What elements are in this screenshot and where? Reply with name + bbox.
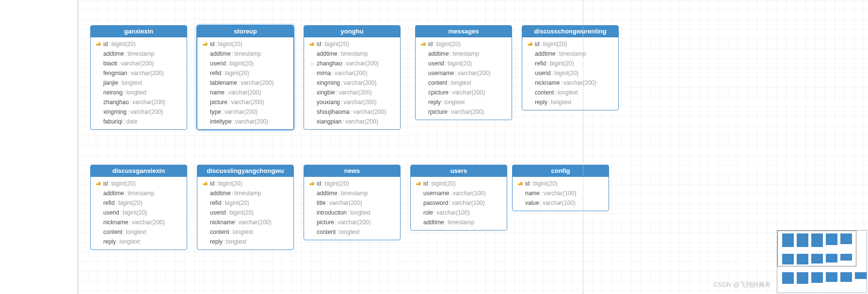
table-storeup[interactable]: storeupid: bigint(20)addtime: timestampu… [197,25,294,130]
column-row[interactable]: nickname: varchar(200) [199,217,291,227]
column-row[interactable]: xiangpian: varchar(200) [306,117,398,126]
column-type: varchar(200) [338,218,370,226]
column-row[interactable]: userid: bigint(20) [199,208,291,217]
column-row[interactable]: reply: longtext [199,237,291,247]
column-row[interactable]: faburiqi: date [93,117,185,126]
column-row[interactable]: name: varchar(200) [199,88,291,97]
column-row[interactable]: role: varchar(100) [413,208,505,217]
table-discusschongwurenling[interactable]: discusschongwurenlingid: bigint(20)addti… [522,25,619,110]
column-row[interactable]: reply: longtext [418,97,510,107]
column-row[interactable]: type: varchar(200) [199,107,291,117]
column-row[interactable]: username: varchar(100) [413,188,505,198]
table-title[interactable]: messages [416,26,512,37]
table-title[interactable]: yonghu [304,26,400,37]
column-row[interactable]: addtime: timestamp [306,49,398,59]
column-row[interactable]: addtime: timestamp [93,188,185,198]
column-row[interactable]: xingming: varchar(200) [93,107,185,117]
column-row[interactable]: neirong: longtext [93,88,185,97]
table-discusslingyangchongwu[interactable]: discusslingyangchongwuid: bigint(20)addt… [197,165,294,250]
column-row[interactable]: title: varchar(200) [306,198,398,208]
column-row[interactable]: id: bigint(20) [524,39,616,49]
column-row[interactable]: userid: bigint(20) [93,208,185,217]
column-name: name [210,89,225,96]
column-row[interactable]: content: longtext [524,88,616,97]
column-row[interactable]: userid: bigint(20) [418,59,510,68]
column-row[interactable]: refid: bigint(20) [524,59,616,68]
column-row[interactable]: id: bigint(20) [199,179,291,188]
column-row[interactable]: xingming: varchar(200) [306,78,398,88]
table-title[interactable]: storeup [197,26,293,37]
column-row[interactable]: introduction: longtext [306,208,398,217]
column-row[interactable]: id: bigint(20) [413,179,505,188]
table-title[interactable]: ganxiexin [91,26,187,37]
table-title[interactable]: discusslingyangchongwu [197,165,293,177]
column-row[interactable]: nickname: varchar(200) [524,78,616,88]
column-row[interactable]: content: longtext [93,227,185,237]
column-row[interactable]: shoujihaoma: varchar(200) [306,107,398,117]
column-row[interactable]: inteltype: varchar(200) [199,117,291,126]
column-type: longtext [451,79,471,87]
column-row[interactable]: addtime: timestamp [418,49,510,59]
column-row[interactable]: refid: bigint(20) [93,198,185,208]
column-row[interactable]: reply: longtext [93,237,185,247]
column-row[interactable]: zhanghao: varchar(200) [93,97,185,107]
column-row[interactable]: content: longtext [306,227,398,237]
table-config[interactable]: configid: bigint(20)name: varchar(100)va… [512,165,609,211]
column-type: longtext [558,89,578,96]
column-row[interactable]: id: bigint(20) [514,179,607,188]
table-news[interactable]: newsid: bigint(20)addtime: timestamptitl… [304,165,401,240]
primary-key-icon [95,181,102,186]
column-row[interactable]: addtime: timestamp [524,49,616,59]
column-row[interactable]: id: bigint(20) [306,39,398,49]
column-row[interactable]: userid: bigint(20) [524,68,616,78]
table-users[interactable]: usersid: bigint(20)username: varchar(100… [410,165,507,231]
minimap[interactable] [777,230,867,293]
column-row[interactable]: id: bigint(20) [306,179,398,188]
column-row[interactable]: content: longtext [199,227,291,237]
column-row[interactable]: biaoti: varchar(200) [93,59,185,68]
table-messages[interactable]: messagesid: bigint(20)addtime: timestamp… [415,25,512,120]
column-row[interactable]: id: bigint(20) [199,39,291,49]
column-row[interactable]: ◇zhanghao: varchar(200) [306,59,398,68]
table-title[interactable]: discusschongwurenling [522,26,618,37]
column-row[interactable]: name: varchar(100) [514,188,607,198]
column-row[interactable]: addtime: timestamp [93,49,185,59]
table-title[interactable]: users [411,165,507,177]
column-row[interactable]: value: varchar(100) [514,198,607,208]
column-row[interactable]: addtime: timestamp [199,49,291,59]
table-ganxiexin[interactable]: ganxiexinid: bigint(20)addtime: timestam… [90,25,187,130]
column-row[interactable]: username: varchar(200) [418,68,510,78]
column-row[interactable]: mima: varchar(200) [306,68,398,78]
column-row[interactable]: tablename: varchar(200) [199,78,291,88]
column-row[interactable]: content: longtext [418,78,510,88]
column-row[interactable]: xingbie: varchar(200) [306,88,398,97]
column-row[interactable]: picture: varchar(200) [306,217,398,227]
column-row[interactable]: refid: bigint(20) [199,68,291,78]
diagram-canvas[interactable]: ganxiexinid: bigint(20)addtime: timestam… [78,0,868,294]
column-row[interactable]: addtime: timestamp [199,188,291,198]
column-row[interactable]: password: varchar(100) [413,198,505,208]
column-row[interactable]: id: bigint(20) [93,179,185,188]
minimap-viewport[interactable] [777,231,856,266]
column-row[interactable]: youxiang: varchar(200) [306,97,398,107]
column-row[interactable]: id: bigint(20) [93,39,185,49]
table-title[interactable]: discussganxiexin [91,165,187,177]
table-discussganxiexin[interactable]: discussganxiexinid: bigint(20)addtime: t… [90,165,187,250]
column-row[interactable]: id: bigint(20) [418,39,510,49]
column-row[interactable]: addtime: timestamp [413,217,505,227]
column-row[interactable]: refid: bigint(20) [199,198,291,208]
column-name: content [103,228,122,236]
column-row[interactable]: cpicture: varchar(200) [418,88,510,97]
column-row[interactable]: addtime: timestamp [306,188,398,198]
column-row[interactable]: jianjie: longtext [93,78,185,88]
column-row[interactable]: userid: bigint(20) [199,59,291,68]
column-row[interactable]: reply: longtext [524,97,616,107]
table-title[interactable]: config [513,165,609,177]
vertical-guide[interactable] [583,0,583,294]
column-row[interactable]: nickname: varchar(200) [93,217,185,227]
column-row[interactable]: rpicture: varchar(200) [418,107,510,117]
column-row[interactable]: picture: varchar(200) [199,97,291,107]
table-title[interactable]: news [304,165,400,177]
table-yonghu[interactable]: yonghuid: bigint(20)addtime: timestamp◇z… [304,25,401,130]
column-row[interactable]: fengmian: varchar(200) [93,68,185,78]
